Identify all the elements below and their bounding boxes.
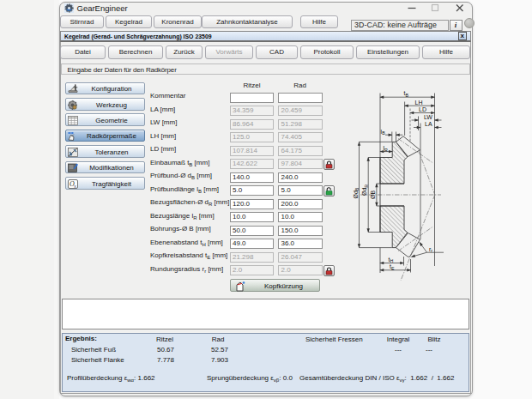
svg-text:ØB: ØB bbox=[370, 190, 376, 199]
svg-text:lB: lB bbox=[381, 129, 386, 136]
svg-text:LD: LD bbox=[419, 106, 426, 112]
svg-text:ØdB: ØdB bbox=[353, 187, 360, 198]
svg-text:lR: lR bbox=[384, 145, 389, 153]
svg-text:tB: tB bbox=[404, 90, 409, 98]
svg-text:LA: LA bbox=[425, 121, 432, 127]
svg-text:LH: LH bbox=[415, 100, 423, 106]
svg-text:LW: LW bbox=[424, 114, 432, 120]
svg-text:tH: tH bbox=[389, 257, 394, 264]
svg-text:tE: tE bbox=[390, 263, 395, 271]
svg-text:ØdR: ØdR bbox=[361, 184, 369, 196]
